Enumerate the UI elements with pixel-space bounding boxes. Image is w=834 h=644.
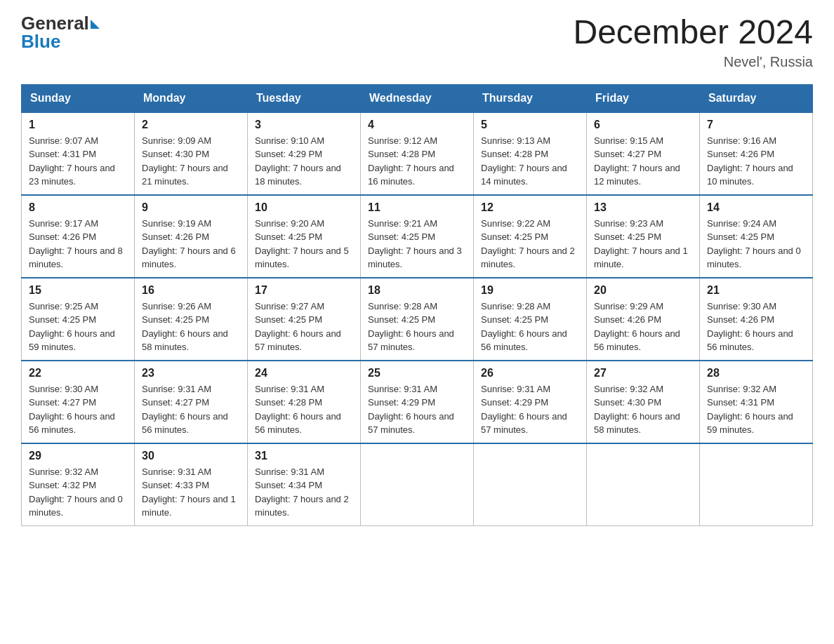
table-row: 22 Sunrise: 9:30 AM Sunset: 4:27 PM Dayl… [22, 361, 135, 443]
logo-general: General [21, 14, 89, 32]
calendar-subtitle: Nevel', Russia [573, 54, 813, 70]
day-number: 28 [707, 367, 805, 380]
header-wednesday: Wednesday [361, 84, 474, 112]
day-number: 5 [481, 119, 579, 131]
table-row: 30 Sunrise: 9:31 AM Sunset: 4:33 PM Dayl… [135, 443, 248, 526]
day-info: Sunrise: 9:20 AM Sunset: 4:25 PM Dayligh… [255, 217, 353, 271]
day-info: Sunrise: 9:28 AM Sunset: 4:25 PM Dayligh… [368, 300, 466, 354]
table-row: 6 Sunrise: 9:15 AM Sunset: 4:27 PM Dayli… [587, 112, 700, 195]
day-number: 30 [142, 450, 240, 462]
day-info: Sunrise: 9:27 AM Sunset: 4:25 PM Dayligh… [255, 300, 353, 354]
day-number: 13 [594, 201, 692, 214]
table-row: 29 Sunrise: 9:32 AM Sunset: 4:32 PM Dayl… [22, 443, 135, 526]
header-tuesday: Tuesday [248, 84, 361, 112]
day-info: Sunrise: 9:12 AM Sunset: 4:28 PM Dayligh… [368, 134, 466, 189]
day-info: Sunrise: 9:32 AM Sunset: 4:31 PM Dayligh… [707, 382, 805, 437]
day-info: Sunrise: 9:31 AM Sunset: 4:27 PM Dayligh… [142, 382, 240, 437]
header-saturday: Saturday [700, 84, 813, 112]
day-info: Sunrise: 9:13 AM Sunset: 4:28 PM Dayligh… [481, 134, 579, 189]
calendar-table: Sunday Monday Tuesday Wednesday Thursday… [21, 84, 813, 526]
day-info: Sunrise: 9:26 AM Sunset: 4:25 PM Dayligh… [142, 300, 240, 354]
week-row-2: 8 Sunrise: 9:17 AM Sunset: 4:26 PM Dayli… [22, 195, 813, 278]
day-info: Sunrise: 9:10 AM Sunset: 4:29 PM Dayligh… [255, 134, 353, 189]
day-info: Sunrise: 9:23 AM Sunset: 4:25 PM Dayligh… [594, 217, 692, 271]
page-header: General Blue December 2024 Nevel', Russi… [21, 14, 813, 70]
calendar-title: December 2024 [573, 14, 813, 51]
day-info: Sunrise: 9:30 AM Sunset: 4:26 PM Dayligh… [707, 300, 805, 354]
table-row: 20 Sunrise: 9:29 AM Sunset: 4:26 PM Dayl… [587, 278, 700, 361]
day-number: 23 [142, 367, 240, 380]
day-number: 24 [255, 367, 353, 380]
day-info: Sunrise: 9:31 AM Sunset: 4:29 PM Dayligh… [368, 382, 466, 437]
table-row: 2 Sunrise: 9:09 AM Sunset: 4:30 PM Dayli… [135, 112, 248, 195]
day-number: 14 [707, 201, 805, 214]
table-row: 26 Sunrise: 9:31 AM Sunset: 4:29 PM Dayl… [474, 361, 587, 443]
day-number: 31 [255, 450, 353, 462]
logo-triangle-icon [91, 20, 100, 29]
day-number: 3 [255, 119, 353, 131]
day-number: 8 [29, 201, 127, 214]
week-row-5: 29 Sunrise: 9:32 AM Sunset: 4:32 PM Dayl… [22, 443, 813, 526]
table-row: 13 Sunrise: 9:23 AM Sunset: 4:25 PM Dayl… [587, 195, 700, 278]
table-row: 24 Sunrise: 9:31 AM Sunset: 4:28 PM Dayl… [248, 361, 361, 443]
day-info: Sunrise: 9:31 AM Sunset: 4:28 PM Dayligh… [255, 382, 353, 437]
day-number: 25 [368, 367, 466, 380]
header-friday: Friday [587, 84, 700, 112]
calendar-header-row: Sunday Monday Tuesday Wednesday Thursday… [22, 84, 813, 112]
day-info: Sunrise: 9:17 AM Sunset: 4:26 PM Dayligh… [29, 217, 127, 271]
day-number: 12 [481, 201, 579, 214]
day-number: 19 [481, 284, 579, 297]
day-number: 20 [594, 284, 692, 297]
week-row-4: 22 Sunrise: 9:30 AM Sunset: 4:27 PM Dayl… [22, 361, 813, 443]
day-number: 17 [255, 284, 353, 297]
day-info: Sunrise: 9:28 AM Sunset: 4:25 PM Dayligh… [481, 300, 579, 354]
table-row: 25 Sunrise: 9:31 AM Sunset: 4:29 PM Dayl… [361, 361, 474, 443]
table-row: 15 Sunrise: 9:25 AM Sunset: 4:25 PM Dayl… [22, 278, 135, 361]
week-row-3: 15 Sunrise: 9:25 AM Sunset: 4:25 PM Dayl… [22, 278, 813, 361]
day-info: Sunrise: 9:31 AM Sunset: 4:33 PM Dayligh… [142, 465, 240, 520]
header-thursday: Thursday [474, 84, 587, 112]
day-info: Sunrise: 9:19 AM Sunset: 4:26 PM Dayligh… [142, 217, 240, 271]
logo: General Blue [21, 14, 100, 51]
table-row: 14 Sunrise: 9:24 AM Sunset: 4:25 PM Dayl… [700, 195, 813, 278]
day-info: Sunrise: 9:31 AM Sunset: 4:29 PM Dayligh… [481, 382, 579, 437]
day-number: 15 [29, 284, 127, 297]
day-number: 7 [707, 119, 805, 131]
day-info: Sunrise: 9:22 AM Sunset: 4:25 PM Dayligh… [481, 217, 579, 271]
day-info: Sunrise: 9:32 AM Sunset: 4:30 PM Dayligh… [594, 382, 692, 437]
day-number: 26 [481, 367, 579, 380]
table-row: 10 Sunrise: 9:20 AM Sunset: 4:25 PM Dayl… [248, 195, 361, 278]
day-info: Sunrise: 9:24 AM Sunset: 4:25 PM Dayligh… [707, 217, 805, 271]
table-row: 21 Sunrise: 9:30 AM Sunset: 4:26 PM Dayl… [700, 278, 813, 361]
week-row-1: 1 Sunrise: 9:07 AM Sunset: 4:31 PM Dayli… [22, 112, 813, 195]
table-row: 11 Sunrise: 9:21 AM Sunset: 4:25 PM Dayl… [361, 195, 474, 278]
day-info: Sunrise: 9:07 AM Sunset: 4:31 PM Dayligh… [29, 134, 127, 189]
table-row [700, 443, 813, 526]
table-row: 28 Sunrise: 9:32 AM Sunset: 4:31 PM Dayl… [700, 361, 813, 443]
table-row: 7 Sunrise: 9:16 AM Sunset: 4:26 PM Dayli… [700, 112, 813, 195]
table-row: 18 Sunrise: 9:28 AM Sunset: 4:25 PM Dayl… [361, 278, 474, 361]
day-number: 10 [255, 201, 353, 214]
day-number: 2 [142, 119, 240, 131]
header-sunday: Sunday [22, 84, 135, 112]
day-number: 11 [368, 201, 466, 214]
day-info: Sunrise: 9:30 AM Sunset: 4:27 PM Dayligh… [29, 382, 127, 437]
day-info: Sunrise: 9:21 AM Sunset: 4:25 PM Dayligh… [368, 217, 466, 271]
day-number: 1 [29, 119, 127, 131]
table-row: 3 Sunrise: 9:10 AM Sunset: 4:29 PM Dayli… [248, 112, 361, 195]
day-number: 9 [142, 201, 240, 214]
day-number: 29 [29, 450, 127, 462]
table-row: 17 Sunrise: 9:27 AM Sunset: 4:25 PM Dayl… [248, 278, 361, 361]
day-number: 6 [594, 119, 692, 131]
day-info: Sunrise: 9:15 AM Sunset: 4:27 PM Dayligh… [594, 134, 692, 189]
table-row: 16 Sunrise: 9:26 AM Sunset: 4:25 PM Dayl… [135, 278, 248, 361]
table-row [587, 443, 700, 526]
logo-blue: Blue [21, 32, 100, 51]
table-row: 31 Sunrise: 9:31 AM Sunset: 4:34 PM Dayl… [248, 443, 361, 526]
table-row [474, 443, 587, 526]
table-row: 27 Sunrise: 9:32 AM Sunset: 4:30 PM Dayl… [587, 361, 700, 443]
day-info: Sunrise: 9:09 AM Sunset: 4:30 PM Dayligh… [142, 134, 240, 189]
day-info: Sunrise: 9:16 AM Sunset: 4:26 PM Dayligh… [707, 134, 805, 189]
day-number: 27 [594, 367, 692, 380]
day-number: 21 [707, 284, 805, 297]
